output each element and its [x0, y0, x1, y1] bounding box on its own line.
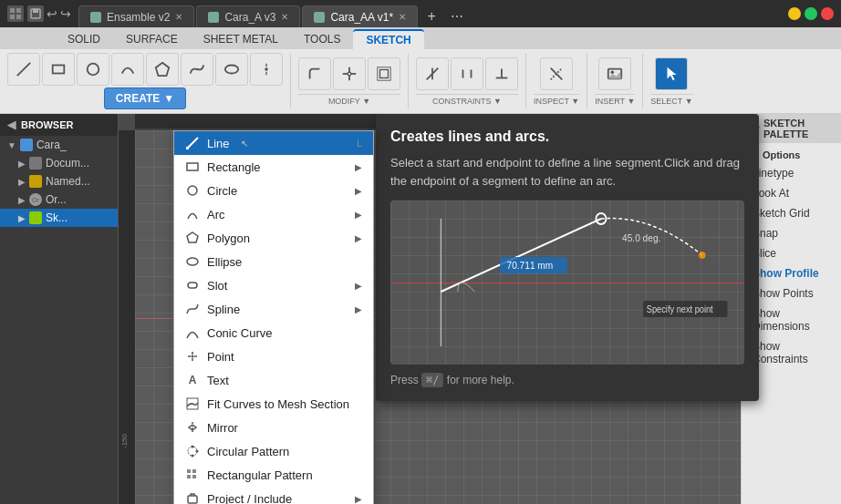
tab-close-cara-a[interactable]: ✕	[281, 12, 288, 22]
undo-btn[interactable]: ↩	[47, 6, 57, 21]
menu-item-arc[interactable]: Arc ▶	[174, 202, 373, 226]
svg-rect-50	[187, 475, 191, 478]
palette-title: SKETCH PALETTE	[763, 118, 834, 139]
help-body: Select a start and endpoint to define a …	[390, 154, 744, 190]
tab-solid[interactable]: SOLID	[55, 29, 113, 49]
show-points-label: Show Points	[753, 287, 814, 300]
menu-item-text[interactable]: A Text	[174, 368, 373, 392]
menu-item-rectangle[interactable]: Rectangle ▶	[174, 155, 373, 179]
rectangle-tool-btn[interactable]	[42, 53, 75, 86]
circle-tool-btn[interactable]	[77, 53, 109, 86]
sidebar-item-sketch[interactable]: ▶ Sk...	[0, 209, 118, 227]
menu-fit-label: Fit Curves to Mesh Section	[207, 397, 349, 411]
divider-3	[525, 54, 526, 108]
divider-1	[290, 54, 291, 108]
create-menu-btn[interactable]: CREATE ▼	[104, 87, 186, 109]
tab-sheet-metal[interactable]: SHEET METAL	[191, 29, 291, 49]
sidebar-item-named[interactable]: ▶ Named...	[0, 172, 118, 190]
tab-tools[interactable]: TOOLS	[291, 29, 353, 49]
trim-btn[interactable]	[333, 57, 366, 90]
circular-pattern-icon	[185, 444, 200, 458]
ellipse-tool-btn[interactable]	[215, 53, 248, 86]
svg-rect-0	[10, 8, 15, 13]
menu-polygon-arrow: ▶	[355, 233, 362, 243]
menu-item-point[interactable]: Point	[174, 345, 373, 368]
fit-icon	[185, 396, 200, 411]
menu-ellipse-label: Ellipse	[207, 255, 242, 269]
fillet-btn[interactable]	[298, 57, 331, 90]
menu-item-line[interactable]: Line ↖ L	[174, 131, 373, 155]
close-btn[interactable]	[821, 7, 834, 20]
svg-point-28	[611, 70, 615, 74]
offset-btn[interactable]	[368, 57, 400, 90]
sketch-grid-label: Sketch Grid	[753, 207, 810, 220]
spline-tool-btn[interactable]	[181, 53, 213, 86]
rect-pattern-icon	[185, 468, 200, 482]
tab-cara-a[interactable]: Cara_A v3 ✕	[196, 5, 300, 27]
svg-line-30	[187, 138, 198, 149]
sidebar-cara-aa-label: Cara_	[36, 139, 67, 151]
menu-slot-label: Slot	[207, 279, 227, 293]
select-btn[interactable]	[655, 57, 688, 90]
svg-rect-3	[16, 15, 21, 19]
minimize-btn[interactable]	[788, 7, 801, 20]
menu-slot-arrow: ▶	[355, 281, 362, 291]
svg-text:45.0 deg.: 45.0 deg.	[622, 232, 660, 243]
menu-item-spline[interactable]: Spline ▶	[174, 297, 373, 321]
menu-item-circular-pattern[interactable]: Circular Pattern	[174, 439, 373, 463]
maximize-btn[interactable]	[805, 7, 817, 20]
tab-close-cara-aa[interactable]: ✕	[399, 12, 406, 22]
coincident-btn[interactable]	[416, 57, 449, 90]
menu-circle-label: Circle	[207, 184, 237, 198]
menu-item-circle[interactable]: Circle ▶	[174, 179, 373, 202]
menu-item-polygon[interactable]: Polygon ▶	[174, 226, 373, 250]
spline-icon	[185, 302, 200, 316]
redo-btn[interactable]: ↪	[60, 6, 71, 21]
tab-surface[interactable]: SURFACE	[113, 29, 191, 49]
help-footer: Press ⌘/ for more help.	[390, 374, 744, 386]
sidebar-item-origin[interactable]: ▶ Or Or...	[0, 190, 118, 209]
constraints-label: CONSTRAINTS ▼	[416, 94, 518, 106]
menu-item-conic[interactable]: Conic Curve	[174, 321, 373, 345]
point-tool-btn[interactable]	[250, 53, 283, 86]
menu-item-ellipse[interactable]: Ellipse	[174, 250, 373, 273]
tab-cara-aa[interactable]: Cara_AA v1* ✕	[302, 5, 418, 27]
svg-rect-7	[53, 66, 65, 74]
create-label: CREATE	[116, 92, 160, 105]
sidebar-collapse-arrow[interactable]: ◀	[7, 118, 16, 131]
sketch-expand: ▶	[18, 213, 26, 223]
menu-item-project-include[interactable]: Project / Include ▶	[174, 487, 373, 504]
perpendicular-btn[interactable]	[485, 57, 518, 90]
menu-circle-arrow: ▶	[355, 186, 362, 196]
tab-overflow-btn[interactable]: ⋯	[445, 5, 469, 27]
options-label: Options	[763, 149, 801, 160]
sidebar-item-document[interactable]: ▶ Docum...	[0, 154, 118, 172]
settings-icon	[29, 157, 42, 170]
svg-rect-49	[192, 469, 196, 473]
point-icon	[185, 349, 200, 364]
arc-tool-btn[interactable]	[111, 53, 144, 86]
inspect-btn[interactable]	[540, 57, 573, 90]
tab-close-ensamble[interactable]: ✕	[175, 12, 182, 22]
menu-item-mirror[interactable]: Mirror	[174, 416, 373, 439]
tab-icon-cara-a	[208, 12, 219, 23]
parallel-btn[interactable]	[451, 57, 483, 90]
menu-item-slot[interactable]: Slot ▶	[174, 273, 373, 297]
window-controls	[788, 7, 841, 20]
line-tool-btn[interactable]	[7, 53, 40, 86]
new-tab-btn[interactable]: +	[420, 5, 443, 27]
divider-2	[408, 54, 409, 108]
tab-icon-ensamble	[90, 12, 101, 23]
sidebar-doc-label: Docum...	[46, 157, 89, 170]
menu-item-fit-curves[interactable]: Fit Curves to Mesh Section	[174, 392, 373, 416]
insert-image-btn[interactable]	[598, 57, 631, 90]
svg-point-11	[265, 67, 268, 71]
menu-item-rectangular-pattern[interactable]: Rectangular Pattern	[174, 463, 373, 487]
tab-ensamble[interactable]: Ensamble v2 ✕	[78, 5, 194, 27]
svg-point-33	[188, 186, 197, 195]
menu-project-arrow: ▶	[355, 494, 362, 504]
save-btn[interactable]	[27, 5, 44, 22]
polygon-tool-btn[interactable]	[146, 53, 179, 86]
tab-sketch[interactable]: SKETCH	[353, 29, 423, 49]
sidebar-item-cara-aa[interactable]: ▼ Cara_	[0, 136, 118, 154]
